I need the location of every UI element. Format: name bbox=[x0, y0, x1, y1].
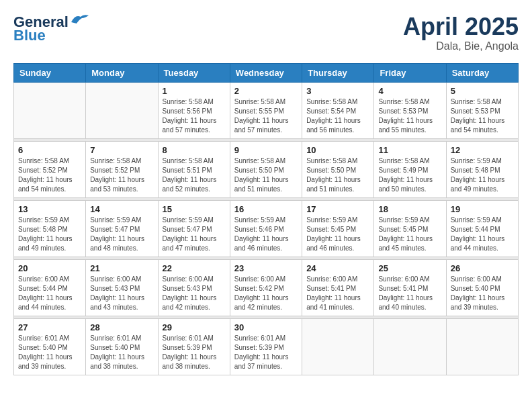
calendar-cell: 30Sunrise: 6:01 AM Sunset: 5:39 PM Dayli… bbox=[230, 318, 302, 375]
day-info: Sunrise: 6:00 AM Sunset: 5:43 PM Dayligh… bbox=[90, 275, 153, 312]
calendar-title: April 2025 bbox=[403, 13, 519, 40]
day-number: 16 bbox=[234, 204, 298, 214]
day-info: Sunrise: 5:59 AM Sunset: 5:48 PM Dayligh… bbox=[18, 216, 81, 253]
calendar-week-row: 27Sunrise: 6:01 AM Sunset: 5:40 PM Dayli… bbox=[14, 318, 519, 375]
weekday-header: Monday bbox=[86, 63, 158, 82]
day-number: 7 bbox=[90, 145, 153, 155]
day-info: Sunrise: 6:00 AM Sunset: 5:43 PM Dayligh… bbox=[163, 275, 226, 312]
logo-blue: Blue bbox=[13, 27, 46, 44]
day-info: Sunrise: 5:58 AM Sunset: 5:51 PM Dayligh… bbox=[163, 156, 226, 194]
calendar-cell: 16Sunrise: 5:59 AM Sunset: 5:46 PM Dayli… bbox=[230, 200, 302, 257]
day-info: Sunrise: 5:59 AM Sunset: 5:47 PM Dayligh… bbox=[90, 216, 153, 253]
day-info: Sunrise: 5:58 AM Sunset: 5:52 PM Dayligh… bbox=[90, 156, 153, 194]
day-number: 19 bbox=[451, 204, 514, 214]
calendar-week-row: 20Sunrise: 6:00 AM Sunset: 5:44 PM Dayli… bbox=[14, 259, 519, 316]
calendar-cell bbox=[14, 82, 86, 138]
weekday-header: Sunday bbox=[14, 63, 86, 82]
day-number: 14 bbox=[90, 204, 153, 214]
calendar-cell: 10Sunrise: 5:58 AM Sunset: 5:50 PM Dayli… bbox=[302, 141, 374, 197]
calendar-cell: 7Sunrise: 5:58 AM Sunset: 5:52 PM Daylig… bbox=[86, 141, 158, 197]
day-number: 6 bbox=[18, 145, 81, 155]
day-number: 4 bbox=[378, 86, 441, 96]
calendar-cell: 14Sunrise: 5:59 AM Sunset: 5:47 PM Dayli… bbox=[86, 200, 158, 257]
calendar-cell: 26Sunrise: 6:00 AM Sunset: 5:40 PM Dayli… bbox=[446, 259, 518, 316]
day-number: 17 bbox=[306, 204, 369, 214]
day-number: 1 bbox=[163, 86, 226, 96]
day-info: Sunrise: 5:58 AM Sunset: 5:52 PM Dayligh… bbox=[18, 156, 81, 194]
day-number: 3 bbox=[306, 86, 369, 96]
weekday-header: Thursday bbox=[302, 63, 374, 82]
calendar-subtitle: Dala, Bie, Angola bbox=[403, 40, 519, 52]
calendar-cell: 22Sunrise: 6:00 AM Sunset: 5:43 PM Dayli… bbox=[158, 259, 230, 316]
calendar-cell: 29Sunrise: 6:01 AM Sunset: 5:39 PM Dayli… bbox=[158, 318, 230, 375]
calendar-cell: 8Sunrise: 5:58 AM Sunset: 5:51 PM Daylig… bbox=[158, 141, 230, 197]
calendar-cell: 25Sunrise: 6:00 AM Sunset: 5:41 PM Dayli… bbox=[374, 259, 446, 316]
day-info: Sunrise: 6:00 AM Sunset: 5:41 PM Dayligh… bbox=[306, 275, 369, 312]
calendar-cell: 12Sunrise: 5:59 AM Sunset: 5:48 PM Dayli… bbox=[446, 141, 518, 197]
calendar-cell: 17Sunrise: 5:59 AM Sunset: 5:45 PM Dayli… bbox=[302, 200, 374, 257]
weekday-header: Saturday bbox=[446, 63, 518, 82]
day-info: Sunrise: 6:00 AM Sunset: 5:42 PM Dayligh… bbox=[234, 275, 298, 312]
day-number: 12 bbox=[451, 145, 514, 155]
calendar-cell: 18Sunrise: 5:59 AM Sunset: 5:45 PM Dayli… bbox=[374, 200, 446, 257]
weekday-header: Wednesday bbox=[230, 63, 302, 82]
day-number: 8 bbox=[163, 145, 226, 155]
day-info: Sunrise: 5:59 AM Sunset: 5:47 PM Dayligh… bbox=[163, 216, 226, 253]
day-info: Sunrise: 5:58 AM Sunset: 5:53 PM Dayligh… bbox=[378, 97, 441, 135]
calendar-cell bbox=[302, 318, 374, 375]
day-number: 5 bbox=[451, 86, 514, 96]
day-info: Sunrise: 5:58 AM Sunset: 5:53 PM Dayligh… bbox=[451, 97, 514, 135]
day-info: Sunrise: 5:59 AM Sunset: 5:48 PM Dayligh… bbox=[451, 156, 514, 194]
day-info: Sunrise: 5:58 AM Sunset: 5:55 PM Dayligh… bbox=[234, 97, 298, 135]
day-number: 26 bbox=[451, 263, 514, 273]
day-info: Sunrise: 6:01 AM Sunset: 5:40 PM Dayligh… bbox=[90, 334, 153, 371]
day-number: 27 bbox=[18, 322, 81, 332]
day-number: 9 bbox=[234, 145, 298, 155]
day-number: 29 bbox=[163, 322, 226, 332]
day-info: Sunrise: 6:00 AM Sunset: 5:40 PM Dayligh… bbox=[451, 275, 514, 312]
day-info: Sunrise: 5:59 AM Sunset: 5:45 PM Dayligh… bbox=[378, 216, 441, 253]
day-number: 13 bbox=[18, 204, 81, 214]
calendar-cell: 11Sunrise: 5:58 AM Sunset: 5:49 PM Dayli… bbox=[374, 141, 446, 197]
day-info: Sunrise: 6:00 AM Sunset: 5:41 PM Dayligh… bbox=[378, 275, 441, 312]
calendar-cell: 2Sunrise: 5:58 AM Sunset: 5:55 PM Daylig… bbox=[230, 82, 302, 138]
weekday-header: Tuesday bbox=[158, 63, 230, 82]
day-info: Sunrise: 6:01 AM Sunset: 5:39 PM Dayligh… bbox=[234, 334, 298, 371]
day-number: 15 bbox=[163, 204, 226, 214]
day-info: Sunrise: 5:59 AM Sunset: 5:46 PM Dayligh… bbox=[234, 216, 298, 253]
day-number: 10 bbox=[306, 145, 369, 155]
calendar-cell: 5Sunrise: 5:58 AM Sunset: 5:53 PM Daylig… bbox=[446, 82, 518, 138]
calendar-cell: 6Sunrise: 5:58 AM Sunset: 5:52 PM Daylig… bbox=[14, 141, 86, 197]
day-info: Sunrise: 6:01 AM Sunset: 5:39 PM Dayligh… bbox=[163, 334, 226, 371]
day-number: 24 bbox=[306, 263, 369, 273]
calendar-cell: 28Sunrise: 6:01 AM Sunset: 5:40 PM Dayli… bbox=[86, 318, 158, 375]
day-number: 18 bbox=[378, 204, 441, 214]
day-number: 28 bbox=[90, 322, 153, 332]
calendar-week-row: 1Sunrise: 5:58 AM Sunset: 5:56 PM Daylig… bbox=[14, 82, 519, 138]
calendar-table: SundayMondayTuesdayWednesdayThursdayFrid… bbox=[13, 63, 519, 375]
calendar-cell: 27Sunrise: 6:01 AM Sunset: 5:40 PM Dayli… bbox=[14, 318, 86, 375]
calendar-cell: 23Sunrise: 6:00 AM Sunset: 5:42 PM Dayli… bbox=[230, 259, 302, 316]
calendar-cell: 4Sunrise: 5:58 AM Sunset: 5:53 PM Daylig… bbox=[374, 82, 446, 138]
title-block: April 2025 Dala, Bie, Angola bbox=[403, 13, 519, 52]
weekday-header: Friday bbox=[374, 63, 446, 82]
day-number: 11 bbox=[378, 145, 441, 155]
day-info: Sunrise: 6:01 AM Sunset: 5:40 PM Dayligh… bbox=[18, 334, 81, 371]
logo-bird-icon bbox=[70, 13, 90, 26]
calendar-cell bbox=[86, 82, 158, 138]
calendar-cell bbox=[374, 318, 446, 375]
calendar-cell: 20Sunrise: 6:00 AM Sunset: 5:44 PM Dayli… bbox=[14, 259, 86, 316]
calendar-cell: 15Sunrise: 5:59 AM Sunset: 5:47 PM Dayli… bbox=[158, 200, 230, 257]
day-info: Sunrise: 5:58 AM Sunset: 5:50 PM Dayligh… bbox=[306, 156, 369, 194]
calendar-cell bbox=[446, 318, 518, 375]
day-info: Sunrise: 5:58 AM Sunset: 5:54 PM Dayligh… bbox=[306, 97, 369, 135]
day-info: Sunrise: 5:58 AM Sunset: 5:50 PM Dayligh… bbox=[234, 156, 298, 194]
calendar-cell: 9Sunrise: 5:58 AM Sunset: 5:50 PM Daylig… bbox=[230, 141, 302, 197]
day-info: Sunrise: 5:58 AM Sunset: 5:49 PM Dayligh… bbox=[378, 156, 441, 194]
calendar-week-row: 6Sunrise: 5:58 AM Sunset: 5:52 PM Daylig… bbox=[14, 141, 519, 197]
day-number: 2 bbox=[234, 86, 298, 96]
day-info: Sunrise: 5:58 AM Sunset: 5:56 PM Dayligh… bbox=[163, 97, 226, 135]
page-header: General Blue April 2025 Dala, Bie, Angol… bbox=[13, 13, 519, 52]
calendar-cell: 24Sunrise: 6:00 AM Sunset: 5:41 PM Dayli… bbox=[302, 259, 374, 316]
calendar-cell: 1Sunrise: 5:58 AM Sunset: 5:56 PM Daylig… bbox=[158, 82, 230, 138]
